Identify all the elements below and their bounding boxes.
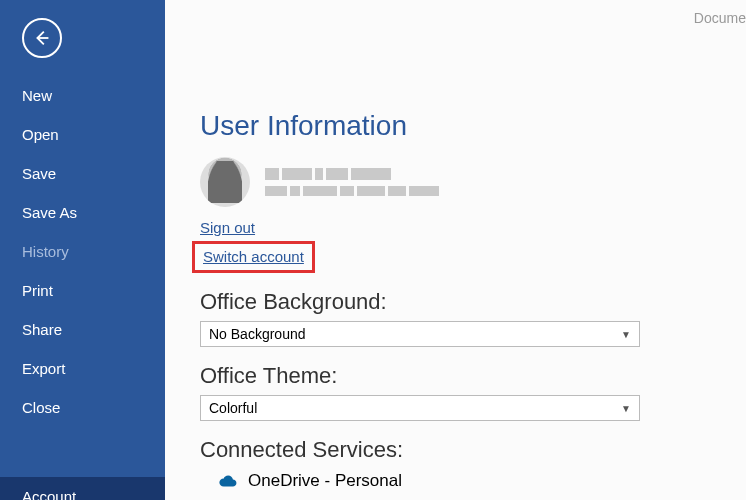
chevron-down-icon: ▼ [621,329,631,340]
cloud-icon [218,474,240,488]
sidebar-item-save-as[interactable]: Save As [0,193,165,232]
backstage-sidebar: New Open Save Save As History Print Shar… [0,0,165,500]
sidebar-item-export[interactable]: Export [0,349,165,388]
connected-services-label: Connected Services: [200,437,746,463]
avatar [200,157,250,207]
office-background-value: No Background [209,326,306,342]
office-background-label: Office Background: [200,289,746,315]
sidebar-item-share[interactable]: Share [0,310,165,349]
main-panel: Docume User Information Sign out Switch … [165,0,746,500]
sidebar-item-save[interactable]: Save [0,154,165,193]
office-background-select[interactable]: No Background ▼ [200,321,640,347]
switch-account-highlight: Switch account [192,241,315,273]
sidebar-item-history[interactable]: History [0,232,165,271]
office-theme-label: Office Theme: [200,363,746,389]
sidebar-item-new[interactable]: New [0,76,165,115]
back-button[interactable] [22,18,62,58]
back-arrow-icon [31,27,53,49]
page-title: User Information [200,110,746,142]
document-title-truncated: Docume [694,10,746,26]
switch-account-link[interactable]: Switch account [203,248,304,265]
sign-out-link[interactable]: Sign out [200,219,255,236]
user-text-redacted [265,168,439,196]
sidebar-item-print[interactable]: Print [0,271,165,310]
sidebar-item-open[interactable]: Open [0,115,165,154]
chevron-down-icon: ▼ [621,403,631,414]
service-row-onedrive: OneDrive - Personal [200,471,746,491]
sidebar-spacer [0,427,165,477]
service-name: OneDrive - Personal [248,471,402,491]
sidebar-item-close[interactable]: Close [0,388,165,427]
office-theme-select[interactable]: Colorful ▼ [200,395,640,421]
office-theme-value: Colorful [209,400,257,416]
sidebar-item-account[interactable]: Account [0,477,165,500]
user-info-row [200,157,746,207]
